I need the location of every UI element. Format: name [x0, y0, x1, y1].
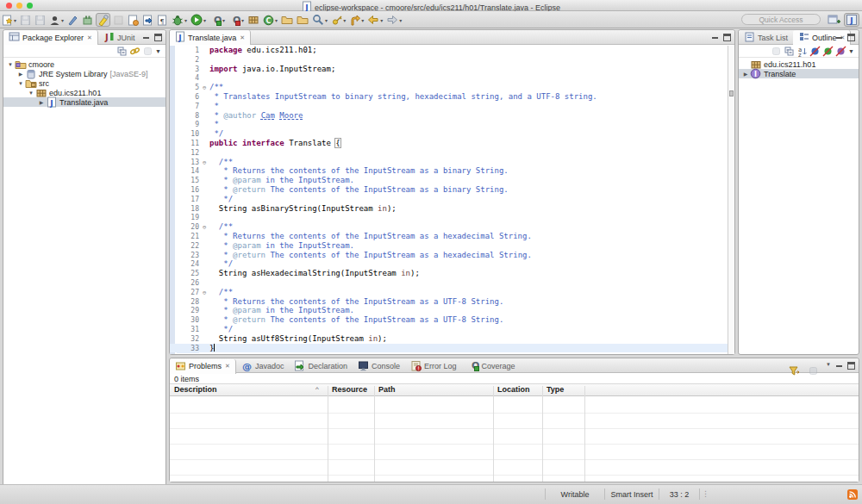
hide-non-public-icon[interactable]	[834, 46, 847, 56]
code-line-21[interactable]: 21 * Returns the contents of the InputSt…	[170, 232, 734, 241]
code-line-12[interactable]: 12	[170, 148, 734, 158]
disclosure-arrow-icon[interactable]: ▶	[17, 71, 24, 77]
minimize-problems-icon[interactable]	[835, 362, 843, 370]
new-java-class-icon[interactable]: C▾	[262, 13, 278, 27]
new-wizard-icon[interactable]: ▾	[1, 13, 17, 27]
search-icon[interactable]: ▾	[311, 13, 328, 27]
minimize-view-icon[interactable]	[142, 34, 150, 41]
code-line-13[interactable]: 13⊖ /**	[170, 158, 734, 167]
code-line-4[interactable]: 4	[170, 73, 734, 83]
problems-tab-error-log[interactable]: !Error Log	[405, 359, 462, 374]
code-line-3[interactable]: 3import java.io.InputStream;	[170, 65, 734, 74]
code-line-30[interactable]: 30 * @return The contents of the InputSt…	[170, 315, 734, 325]
code-line-33[interactable]: 33}	[170, 344, 734, 353]
column-divider[interactable]	[542, 386, 543, 482]
code-line-29[interactable]: 29 * @param in the InputStream.	[170, 306, 734, 315]
collapse-all-icon[interactable]	[783, 46, 796, 56]
column-divider[interactable]	[328, 386, 328, 482]
code-line-32[interactable]: 32 String asUtf8String(InputStream in);	[170, 334, 734, 344]
disclosure-arrow-icon[interactable]: ▶	[38, 99, 45, 105]
code-line-9[interactable]: 9 *	[170, 120, 734, 129]
mark-occurrences-icon[interactable]	[96, 13, 110, 27]
open-element-icon[interactable]	[141, 13, 154, 27]
explorer-tab-junit[interactable]: JJUnit	[98, 30, 141, 45]
back-icon[interactable]: ▾	[366, 13, 384, 27]
column-header-type[interactable]: Type	[542, 385, 584, 394]
code-line-20[interactable]: 20⊖ /**	[170, 222, 734, 232]
open-resource-icon[interactable]	[280, 13, 294, 27]
column-divider[interactable]	[584, 386, 585, 482]
code-line-1[interactable]: 1package edu.ics211.h01;	[170, 46, 734, 55]
explorer-item-cmoore[interactable]: ▼cmoore	[3, 59, 166, 69]
show-selected-element-icon[interactable]: ¶	[156, 13, 169, 27]
new-task-icon[interactable]	[127, 13, 140, 27]
statusbar-drag-handle[interactable]: ⋮	[702, 489, 710, 498]
last-edit-location-icon[interactable]: ▾	[348, 13, 365, 27]
code-line-10[interactable]: 10 */	[170, 129, 734, 139]
explorer-item-edu-ics211-h01[interactable]: ▼edu.ics211.h01	[3, 88, 166, 97]
maximize-view-icon[interactable]	[154, 34, 162, 41]
java-perspective-icon[interactable]: J	[844, 13, 859, 27]
profile-icon[interactable]: Q▾	[228, 13, 245, 27]
outline-tab-task-list[interactable]: Task List	[739, 30, 793, 45]
disclosure-arrow-icon[interactable]: ▼	[7, 62, 14, 67]
code-line-24[interactable]: 24 */	[170, 259, 734, 269]
close-tab-icon[interactable]: ✕	[225, 363, 230, 370]
code-line-6[interactable]: 6 * Translates InputStream to binary str…	[170, 92, 734, 102]
view-menu-icon[interactable]: ▼	[826, 362, 831, 377]
overview-ruler[interactable]	[728, 46, 734, 354]
save-icon[interactable]	[19, 13, 32, 27]
problems-tab-console[interactable]: Console	[353, 359, 405, 374]
group-by-icon[interactable]	[807, 364, 820, 377]
run-icon[interactable]: ▾	[190, 13, 207, 27]
code-line-26[interactable]: 26	[170, 278, 734, 288]
code-line-23[interactable]: 23 * @return The contents of the InputSt…	[170, 251, 734, 260]
focus-on-task-icon[interactable]	[141, 46, 154, 56]
column-header-description[interactable]: Description	[170, 385, 328, 394]
maximize-problems-icon[interactable]	[847, 362, 855, 370]
problems-tab-javadoc[interactable]: @Javadoc	[236, 359, 290, 374]
code-line-16[interactable]: 16 * @return The contents of the InputSt…	[170, 185, 734, 195]
code-line-19[interactable]: 19	[170, 213, 734, 222]
column-header-location[interactable]: Location	[493, 385, 542, 394]
code-line-7[interactable]: 7 *	[170, 102, 734, 111]
hide-fields-icon[interactable]	[809, 46, 821, 56]
save-all-icon[interactable]	[34, 13, 47, 27]
plugin-icon[interactable]	[81, 13, 94, 27]
column-header-resource[interactable]: Resource	[328, 385, 374, 394]
filters-icon[interactable]	[787, 364, 801, 377]
disclosure-arrow-icon[interactable]: ▼	[17, 81, 24, 86]
explorer-tab-package-explorer[interactable]: Package Explorer✕	[3, 30, 98, 45]
maximize-outline-icon[interactable]	[847, 34, 855, 41]
annotation-marker[interactable]	[729, 90, 734, 96]
column-header-path[interactable]: Path	[374, 385, 493, 394]
minimize-outline-icon[interactable]	[835, 34, 843, 41]
close-tab-icon[interactable]: ✕	[87, 34, 92, 41]
disclosure-arrow-icon[interactable]: ▼	[28, 90, 34, 96]
problems-tab-declaration[interactable]: Declaration	[289, 359, 353, 374]
code-line-8[interactable]: 8 * @author Cam Moore	[170, 111, 734, 121]
outline-item-translate[interactable]: ▶ITranslate	[739, 69, 859, 78]
maximize-editor-icon[interactable]	[723, 34, 731, 41]
problems-tab-problems[interactable]: Problems✕	[170, 359, 236, 374]
coverage-icon[interactable]: Q▾	[209, 13, 226, 27]
code-line-22[interactable]: 22 * @param in the InputStream.	[170, 241, 734, 251]
disclosure-arrow-icon[interactable]: ▶	[742, 71, 749, 77]
view-menu-icon[interactable]: ▼	[847, 46, 855, 56]
code-line-18[interactable]: 18 String asBinaryString(InputStream in)…	[170, 204, 734, 214]
link-with-editor-icon[interactable]	[128, 46, 141, 56]
user-profile-icon[interactable]: ▾	[48, 13, 65, 27]
problems-table-body[interactable]	[170, 398, 859, 482]
cut-annotation-icon[interactable]	[66, 13, 79, 27]
code-editor[interactable]: 1package edu.ics211.h01;23import java.io…	[170, 46, 734, 354]
debug-icon[interactable]: ▾	[171, 13, 188, 27]
quick-access-input[interactable]: Quick Access	[741, 14, 821, 25]
code-line-15[interactable]: 15 * @param in the InputStream.	[170, 176, 734, 185]
open-perspective-icon[interactable]	[827, 13, 841, 27]
explorer-item-jre-system-library[interactable]: ▶JRE System Library[JavaSE-9]	[3, 69, 166, 78]
code-line-25[interactable]: 25 String asHexadecimalString(InputStrea…	[170, 269, 734, 278]
column-divider[interactable]	[493, 386, 494, 482]
code-line-5[interactable]: 5⊖/**	[170, 83, 734, 92]
code-line-28[interactable]: 28 * Returns the contents of the InputSt…	[170, 297, 734, 307]
editor-tab-translate-java[interactable]: JTranslate.java✕	[170, 30, 251, 45]
